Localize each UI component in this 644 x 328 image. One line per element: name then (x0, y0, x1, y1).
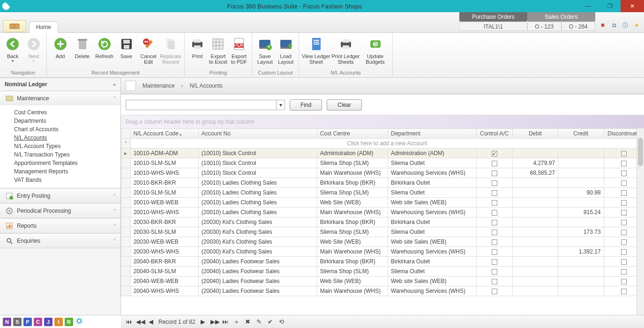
cell-costcentre[interactable]: Sliema Shop (SLM) (317, 158, 388, 168)
tab-home[interactable]: Home (29, 22, 58, 33)
nav-delete-icon[interactable]: ✖ (244, 318, 252, 325)
module-shortcut-s[interactable]: S (13, 318, 22, 326)
purchase-order-cell[interactable]: ITAL1\1 (459, 22, 527, 31)
cell-code[interactable]: 20010-SLM-SLM (130, 188, 198, 198)
sidebar-item-chart-of-accounts[interactable]: Chart of Accounts (14, 125, 120, 134)
next-button[interactable]: Next▼ (24, 35, 44, 63)
cell-account[interactable]: (20030) Kid's Clothing Sales (198, 247, 317, 257)
find-button[interactable]: Find (290, 99, 322, 111)
col-account-no[interactable]: Account No (198, 129, 317, 139)
nav-add-icon[interactable]: ＋ (233, 318, 240, 326)
col-debit[interactable]: Debit (512, 129, 558, 139)
cell-department[interactable]: Warehousing Services (WHS) (388, 208, 477, 217)
cell-costcentre[interactable]: Main Warehouse (WHS) (317, 208, 388, 217)
cell-account[interactable]: (20030) Kid's Clothing Sales (198, 237, 317, 247)
cell-costcentre[interactable]: Birkirkara Shop (BKR) (317, 257, 388, 267)
nav-prevpage-icon[interactable]: ◀◀ (136, 318, 143, 325)
table-row[interactable]: 20040-SLM-SLM(20040) Ladies Footwear Sal… (121, 267, 644, 276)
cell-department[interactable]: Sliema Outlet (388, 267, 477, 276)
nav-cancel-icon[interactable]: ⟲ (278, 318, 285, 325)
nav-first-icon[interactable]: ⏮ (125, 318, 132, 325)
print-ledger-sheets-button[interactable]: Print Ledger Sheets (331, 35, 360, 65)
cell-credit[interactable] (558, 149, 604, 158)
cell-code[interactable]: 20040-WHS-WHS (130, 286, 198, 296)
cell-control[interactable] (476, 168, 512, 178)
table-row[interactable]: 20030-WEB-WEB(20030) Kid's Clothing Sale… (121, 237, 644, 247)
cell-debit[interactable] (512, 247, 558, 257)
cell-department[interactable]: Warehousing Services (WHS) (388, 168, 477, 178)
cell-costcentre[interactable]: Administration (ADM) (317, 149, 388, 158)
cell-department[interactable]: Web site Sales (WEB) (388, 276, 477, 286)
cell-account[interactable]: (10010) Stock Control (198, 168, 317, 178)
nav-prev-icon[interactable]: ◀ (147, 318, 155, 325)
cell-costcentre[interactable]: Sliema Shop (SLM) (317, 227, 388, 237)
sidebar-item-vat-bands[interactable]: VAT Bands (14, 176, 120, 184)
cell-control[interactable] (476, 217, 512, 227)
module-shortcut-p[interactable]: P (23, 318, 32, 326)
nav-next-icon[interactable]: ▶ (199, 318, 207, 325)
note-icon[interactable] (126, 81, 136, 91)
col-credit[interactable]: Credit (558, 129, 604, 139)
cell-credit[interactable] (558, 178, 604, 188)
back-button[interactable]: Back▼ (3, 35, 23, 63)
accounts-grid[interactable]: N/L Account Code ▴Account NoCost CentreD… (121, 128, 644, 315)
app-icon[interactable] (0, 0, 12, 12)
table-row[interactable]: 20010-SLM-SLM(20010) Ladies Clothing Sal… (121, 188, 644, 198)
cell-control[interactable] (476, 198, 512, 208)
clear-button[interactable]: Clear (327, 99, 362, 111)
cell-account[interactable]: (20010) Ladies Clothing Sales (198, 198, 317, 208)
sidebar-item-n-l-account-types[interactable]: N/L Account Types (14, 142, 120, 150)
cell-control[interactable] (476, 188, 512, 198)
cell-debit[interactable] (512, 276, 558, 286)
cell-account[interactable]: (20040) Ladies Footwear Sales (198, 267, 317, 276)
export-pdf-button[interactable]: PDFExport to PDF (229, 35, 249, 65)
cell-costcentre[interactable]: Main Warehouse (WHS) (317, 168, 388, 178)
sales-orders-tab[interactable]: Sales Orders O - 123 O - 264 (527, 12, 595, 31)
cell-department[interactable]: Birkirkara Outet (388, 257, 477, 267)
sidebar-item-apportionment-templates[interactable]: Apportionment Templates (14, 159, 120, 167)
cell-code[interactable]: 20040-BKR-BKR (130, 257, 198, 267)
col-n-l-account-code[interactable]: N/L Account Code ▴ (130, 129, 198, 139)
cell-costcentre[interactable]: Birkirkara Shop (BKR) (317, 217, 388, 227)
cell-costcentre[interactable]: Sliema Shop (SLM) (317, 188, 388, 198)
cell-credit[interactable] (558, 198, 604, 208)
cell-account[interactable]: (20030) Kid's Clothing Sales (198, 217, 317, 227)
cell-debit[interactable] (512, 257, 558, 267)
delete-button[interactable]: Delete (72, 35, 93, 59)
cell-credit[interactable]: 915.24 (558, 208, 604, 217)
cell-costcentre[interactable]: Web Site (WEB) (317, 237, 388, 247)
close-all-icon[interactable]: ✖ (599, 22, 607, 29)
sidebar-item-n-l-transaction-types[interactable]: N/L Transaction Types (14, 150, 120, 159)
update-budgets-button[interactable]: $Update Budgets (361, 35, 389, 65)
cell-department[interactable]: Sliema Outlet (388, 158, 477, 168)
settings-icon[interactable] (75, 317, 83, 327)
accordion-entry-posting[interactable]: Entry Posting˅ (0, 188, 120, 203)
cell-credit[interactable] (558, 267, 604, 276)
col-cost-centre[interactable]: Cost Centre (317, 129, 388, 139)
breadcrumb-a[interactable]: Maintenance (142, 82, 175, 89)
cell-credit[interactable] (558, 168, 604, 178)
refresh-button[interactable]: Refresh (94, 35, 115, 59)
save-button[interactable]: Save (116, 35, 137, 59)
cell-control[interactable] (476, 276, 512, 286)
cell-costcentre[interactable]: Main Warehouse (WHS) (317, 286, 388, 296)
cell-credit[interactable] (558, 257, 604, 267)
table-row[interactable]: 10010-WHS-WHS(10010) Stock ControlMain W… (121, 168, 644, 178)
module-shortcut-r[interactable]: R (65, 318, 73, 326)
cancel-edit-button[interactable]: Cancel Edit (138, 35, 159, 65)
cell-debit[interactable]: 4,279.97 (512, 158, 558, 168)
cell-department[interactable]: Web site Sales (WEB) (388, 237, 477, 247)
cell-control[interactable] (476, 247, 512, 257)
cell-control[interactable] (476, 208, 512, 217)
cell-account[interactable]: (20010) Ladies Clothing Sales (198, 178, 317, 188)
accordion-periodical[interactable]: Periodical Processing˅ (0, 203, 120, 218)
purchase-orders-tab[interactable]: Purchase Orders ITAL1\1 (459, 12, 527, 31)
cell-debit[interactable]: 68,585.27 (512, 168, 558, 178)
cell-account[interactable]: (20040) Ladies Footwear Sales (198, 257, 317, 267)
module-shortcut-j[interactable]: J (44, 318, 52, 326)
cell-code[interactable]: 20030-BKR-BKR (130, 217, 198, 227)
table-row[interactable]: 20040-BKR-BKR(20040) Ladies Footwear Sal… (121, 257, 644, 267)
cell-code[interactable]: 20030-WHS-WHS (130, 247, 198, 257)
cell-department[interactable]: Sliema Outlet (388, 227, 477, 237)
cell-costcentre[interactable]: Main Warehouse (WHS) (317, 247, 388, 257)
